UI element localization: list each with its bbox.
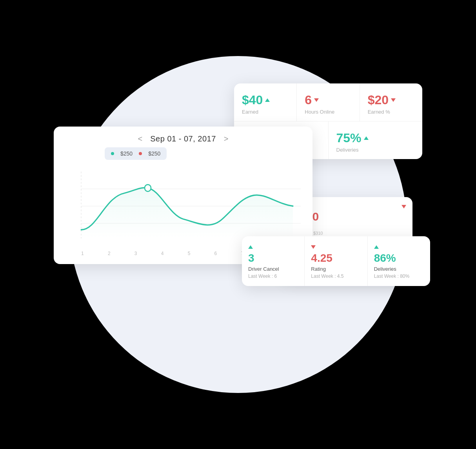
stat-value-deliveries-back: 75% bbox=[336, 131, 415, 145]
bottom-stat-sub-deliveries: Last Week : 80% bbox=[374, 273, 424, 279]
tooltip-dot-green bbox=[111, 152, 114, 155]
arrow-up-icon-2 bbox=[364, 136, 369, 140]
arrow-down-icon-detail2 bbox=[402, 205, 406, 208]
arrow-up-icon bbox=[265, 98, 270, 102]
chart-point bbox=[145, 185, 151, 192]
stat-label-earned-back: Earned bbox=[242, 109, 289, 115]
tooltip-dot-red bbox=[139, 152, 142, 155]
x-label-6: 6 bbox=[214, 251, 217, 256]
bottom-stat-label-deliveries: Deliveries bbox=[374, 266, 424, 272]
bottom-stat-deliveries: 86% Deliveries Last Week : 80% bbox=[368, 236, 430, 286]
bottom-stat-label-drivercancel: Driver Cancel bbox=[248, 266, 298, 272]
stat-value-hours-back: 6 bbox=[305, 93, 351, 107]
stat-cell-earnedpct-back: $20 Earned % bbox=[360, 83, 422, 121]
x-label-1: 1 bbox=[81, 251, 84, 256]
x-label-4: 4 bbox=[161, 251, 164, 256]
arrow-up-icon-front-3 bbox=[374, 245, 379, 249]
arrow-down-icon-2 bbox=[391, 98, 396, 102]
stat-label-earnedpct-back: Earned % bbox=[368, 109, 414, 115]
stat-cell-earned-back: $40 Earned bbox=[234, 83, 297, 121]
date-range: Sep 01 - 07, 2017 bbox=[150, 134, 216, 143]
stats-card-front: 3 Driver Cancel Last Week : 6 4.25 Ratin… bbox=[242, 236, 430, 286]
arrow-up-icon-front-1 bbox=[248, 245, 253, 249]
stat-label-hours-back: Hours Online bbox=[305, 109, 351, 115]
stat-cell-hours-back: 6 Hours Online bbox=[297, 83, 360, 121]
bottom-stat-value-rating: 4.25 bbox=[311, 252, 361, 264]
bottom-stat-value-drivercancel: 3 bbox=[248, 252, 298, 264]
stat-value-earnedpct-back: $20 bbox=[368, 93, 414, 107]
x-label-2: 2 bbox=[108, 251, 111, 256]
bottom-stat-drivercancel: 3 Driver Cancel Last Week : 6 bbox=[242, 236, 305, 286]
chart-header: < Sep 01 - 07, 2017 > bbox=[65, 134, 301, 143]
bottom-stat-sub-drivercancel: Last Week : 6 bbox=[248, 273, 298, 279]
arrow-down-icon-front-2 bbox=[311, 245, 316, 249]
prev-button[interactable]: < bbox=[138, 134, 143, 143]
chart-tooltip: $250 $250 bbox=[105, 147, 167, 160]
bottom-stat-rating: 4.25 Rating Last Week : 4.5 bbox=[305, 236, 367, 286]
x-label-3: 3 bbox=[134, 251, 137, 256]
stat-label-deliveries-back: Deliveries bbox=[336, 147, 415, 153]
tooltip-value-2: $250 bbox=[148, 150, 160, 157]
stat-cell-deliveries-back: 75% Deliveries bbox=[329, 121, 423, 159]
stat-value-earned-back: $40 bbox=[242, 93, 289, 107]
arrow-down-icon bbox=[314, 98, 319, 102]
bottom-stat-sub-rating: Last Week : 4.5 bbox=[311, 273, 361, 279]
x-label-5: 5 bbox=[188, 251, 191, 256]
next-button[interactable]: > bbox=[224, 134, 229, 143]
bottom-stat-value-deliveries: 86% bbox=[374, 252, 424, 264]
bottom-stat-label-rating: Rating bbox=[311, 266, 361, 272]
tooltip-value-1: $250 bbox=[120, 150, 133, 157]
